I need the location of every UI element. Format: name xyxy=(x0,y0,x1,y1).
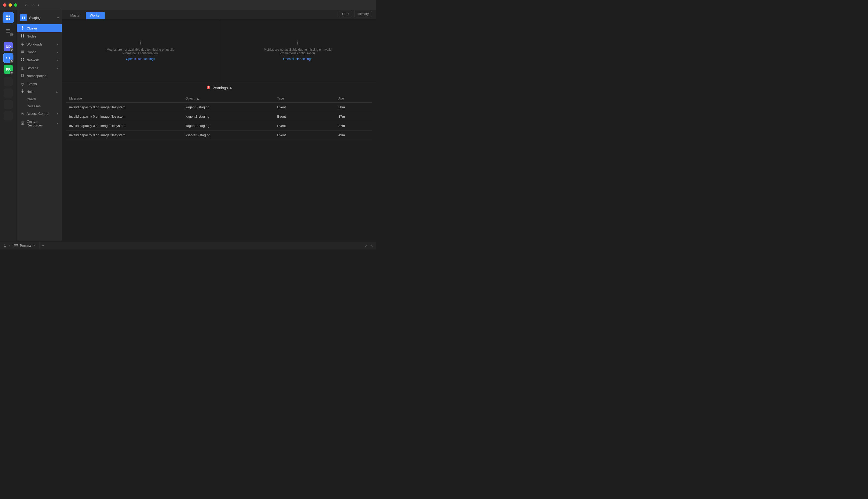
cluster-header[interactable]: ST Staging ▾ xyxy=(17,12,62,24)
cluster-header-chevron-icon: ▾ xyxy=(57,16,59,19)
svg-rect-3 xyxy=(9,18,10,20)
svg-rect-22 xyxy=(23,60,24,61)
sidebar-item-access-control[interactable]: Access Control ▾ xyxy=(17,110,62,118)
metrics-row: ℹ Metrics are not available due to missi… xyxy=(62,19,376,81)
access-control-icon xyxy=(21,111,25,116)
svg-point-28 xyxy=(21,91,22,92)
nav-forward-button[interactable]: › xyxy=(37,2,40,8)
sidebar-item-network[interactable]: Network ▾ xyxy=(17,56,62,64)
table-row: invalid capacity 0 on image filesystemka… xyxy=(66,121,372,131)
table-row: invalid capacity 0 on image filesystemka… xyxy=(66,112,372,121)
svg-point-27 xyxy=(22,92,23,93)
cpu-metric-panel: ℹ Metrics are not available due to missi… xyxy=(62,19,219,81)
cpu-settings-link[interactable]: Open cluster settings xyxy=(126,57,155,61)
terminal-fullscreen-button[interactable]: ⤡ xyxy=(370,244,373,248)
table-row: invalid capacity 0 on image filesystemka… xyxy=(66,102,372,112)
table-row: invalid capacity 0 on image filesystemks… xyxy=(66,131,372,140)
warnings-table: Message Object ▲ Type Age xyxy=(66,95,372,140)
sidebar-icon-empty-3 xyxy=(4,100,13,109)
terminal-tab[interactable]: ⌨ Terminal ✕ xyxy=(11,242,39,250)
sidebar-item-releases[interactable]: Releases xyxy=(17,102,62,110)
memory-settings-link[interactable]: Open cluster settings xyxy=(283,57,312,61)
svg-point-26 xyxy=(22,89,23,90)
sidebar-item-charts[interactable]: Charts xyxy=(17,96,62,102)
warning-type-3: Event xyxy=(274,131,335,140)
cluster-avatar-st[interactable]: ST ⚙ xyxy=(4,53,13,63)
cluster-initials-st: ST xyxy=(6,56,11,60)
warning-object-0: kagent0-staging xyxy=(183,102,274,112)
svg-point-10 xyxy=(21,28,22,28)
warning-age-0: 38m xyxy=(335,102,372,112)
page-nav-next[interactable]: › xyxy=(8,244,11,248)
col-header-object[interactable]: Object ▲ xyxy=(183,95,274,102)
terminal-expand-button[interactable]: ⤢ xyxy=(365,244,368,248)
terminal-tab-label: Terminal xyxy=(20,244,31,247)
sidebar-item-workloads[interactable]: ⊕ Workloads ▾ xyxy=(17,40,62,48)
sidebar-item-events[interactable]: ◷ Events xyxy=(17,80,62,88)
cpu-tab-button[interactable]: CPU xyxy=(339,11,352,17)
sidebar-label-charts: Charts xyxy=(27,97,36,101)
nav-back-button[interactable]: ‹ xyxy=(31,2,35,8)
sidebar-item-custom-resources[interactable]: Custom Resources ▾ xyxy=(17,118,62,129)
svg-point-9 xyxy=(22,29,23,30)
settings-badge: ⚙ xyxy=(10,33,13,36)
terminal-add-button[interactable]: + xyxy=(40,243,46,248)
metric-buttons: CPU Memory xyxy=(339,11,372,18)
namespaces-icon xyxy=(21,74,25,78)
memory-info-icon: ℹ xyxy=(297,39,299,46)
svg-point-7 xyxy=(22,27,23,29)
custom-resources-chevron-icon: ▾ xyxy=(57,122,58,125)
close-button[interactable] xyxy=(3,3,7,7)
col-header-age[interactable]: Age xyxy=(335,95,372,102)
sidebar-label-access-control: Access Control xyxy=(27,112,55,115)
sidebar-item-helm[interactable]: Helm ▲ xyxy=(17,88,62,96)
sidebar-item-storage[interactable]: ◫ Storage ▾ xyxy=(17,64,62,72)
sidebar-icon-home[interactable] xyxy=(3,12,14,23)
svg-text:!: ! xyxy=(208,86,209,89)
memory-tab-button[interactable]: Memory xyxy=(354,11,372,17)
cluster-header-initials: ST xyxy=(22,16,25,19)
sidebar-item-nodes[interactable]: Nodes xyxy=(17,32,62,40)
app-layout: ⚙ DD ⚙ ST ⚙ PR ⚙ ST xyxy=(0,10,376,241)
svg-rect-21 xyxy=(21,60,22,61)
terminal-bar: 1 › ⌨ Terminal ✕ + ⤢ ⤡ xyxy=(0,241,376,250)
cluster-avatar-pr[interactable]: PR ⚙ xyxy=(4,65,13,74)
svg-rect-5 xyxy=(6,31,10,32)
table-header-row: Message Object ▲ Type Age xyxy=(66,95,372,102)
warning-type-0: Event xyxy=(274,102,335,112)
sidebar-item-namespaces[interactable]: Namespaces xyxy=(17,72,62,80)
titlebar-navigation: ⌂ ‹ › xyxy=(24,2,40,8)
svg-point-25 xyxy=(22,91,23,92)
sidebar-label-config: Config xyxy=(27,50,55,54)
sidebar-icon-empty-4 xyxy=(4,111,13,121)
warning-object-3: kserver0-staging xyxy=(183,131,274,140)
workloads-icon: ⊕ xyxy=(21,42,25,46)
col-header-type[interactable]: Type xyxy=(274,95,335,102)
minimize-button[interactable] xyxy=(9,3,12,7)
svg-point-29 xyxy=(24,91,24,92)
nav-sidebar: ST Staging ▾ Cluster xyxy=(17,10,62,241)
svg-rect-15 xyxy=(23,36,24,37)
terminal-close-button[interactable]: ✕ xyxy=(33,244,36,247)
home-button[interactable]: ⌂ xyxy=(24,2,29,8)
storage-chevron-icon: ▾ xyxy=(57,67,58,70)
sidebar-label-releases: Releases xyxy=(27,104,40,108)
cluster-avatar-dd[interactable]: DD ⚙ xyxy=(4,42,13,51)
tab-worker[interactable]: Worker xyxy=(86,12,105,19)
svg-rect-19 xyxy=(21,58,22,60)
col-header-message[interactable]: Message xyxy=(66,95,183,102)
svg-rect-12 xyxy=(21,34,22,36)
sidebar-label-events: Events xyxy=(27,82,58,86)
cluster-icon xyxy=(21,26,25,31)
warning-type-2: Event xyxy=(274,121,335,131)
sidebar-item-cluster[interactable]: Cluster xyxy=(17,24,62,32)
warning-object-1: kagent1-staging xyxy=(183,112,274,121)
events-icon: ◷ xyxy=(21,82,25,86)
cpu-info-icon: ℹ xyxy=(139,39,141,46)
tab-master[interactable]: Master xyxy=(66,12,85,19)
memory-metric-panel: ℹ Metrics are not available due to missi… xyxy=(219,19,376,81)
sidebar-icon-list[interactable]: ⚙ xyxy=(3,25,14,37)
sidebar-item-config[interactable]: Config ▾ xyxy=(17,48,62,56)
sidebar-label-network: Network xyxy=(27,58,55,62)
maximize-button[interactable] xyxy=(14,3,17,7)
